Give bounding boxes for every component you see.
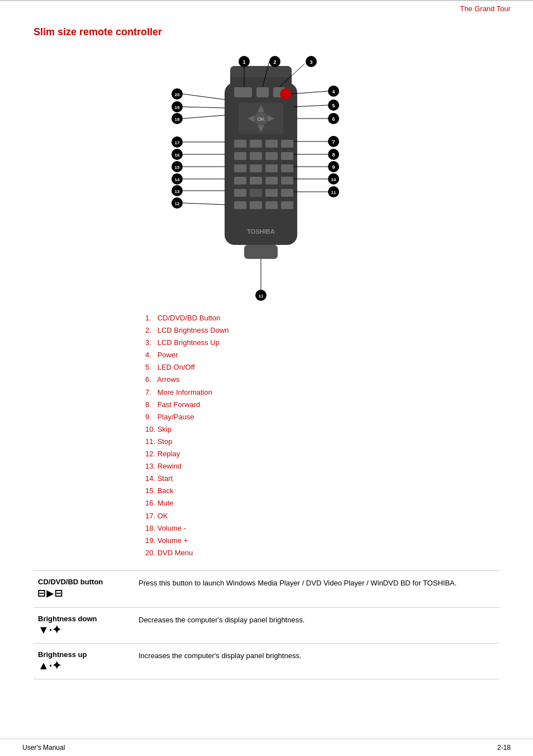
brightness-up-icon: ▲·✦ [38,659,61,672]
svg-rect-36 [250,201,262,209]
document-title: The Grand Tour [460,4,511,13]
row-label: Brightness down ▼·✦ [34,608,134,644]
list-item: 5. LED On/Off [145,361,499,374]
list-item: 13. Rewind [145,460,499,472]
section-title: Slim size remote controller [34,26,499,38]
svg-text:11: 11 [331,190,336,195]
svg-rect-31 [234,189,246,197]
svg-rect-35 [234,201,246,209]
svg-rect-32 [250,189,262,197]
svg-text:1: 1 [242,59,245,65]
details-table: CD/DVD/BD button ⊟▶⊟ Press this button t… [34,570,499,679]
svg-rect-33 [265,189,278,197]
list-item: 4. Power [145,349,499,361]
svg-text:3: 3 [310,59,312,65]
svg-text:18: 18 [175,117,180,122]
list-item: 9. Play/Pause [145,411,499,423]
table-row: Brightness down ▼·✦ Decreases the comput… [34,608,499,644]
svg-text:13: 13 [175,189,180,194]
svg-text:7: 7 [332,139,335,145]
list-item: 3. LCD Brightness Up [145,337,499,349]
list-item: 19. Volume + [145,535,499,547]
svg-rect-28 [250,177,262,185]
parts-list: 1. CD/DVD/BD Button 2. LCD Brightness Do… [145,312,499,559]
svg-rect-38 [281,201,293,209]
svg-rect-24 [250,164,262,172]
list-item: 1. CD/DVD/BD Button [145,312,499,324]
list-item: 16. Mute [145,497,499,509]
svg-line-96 [183,107,225,108]
svg-text:17: 17 [175,140,180,145]
svg-rect-16 [250,140,262,148]
svg-text:16: 16 [175,153,180,158]
svg-text:5: 5 [332,103,335,108]
svg-rect-26 [281,164,293,172]
list-item: 10. Skip [145,423,499,436]
svg-rect-18 [281,140,293,148]
footer: User's Manual 2-18 [0,739,533,756]
svg-text:10: 10 [331,177,336,182]
svg-line-75 [183,203,225,205]
svg-rect-2 [244,245,278,259]
brightness-down-icon: ▼·✦ [38,623,61,636]
svg-rect-21 [265,152,278,160]
list-item: 15. Back [145,485,499,497]
svg-line-99 [183,94,225,100]
svg-rect-5 [256,87,269,97]
svg-text:2: 2 [273,59,276,65]
top-bar: The Grand Tour [0,0,533,15]
svg-text:11: 11 [259,294,264,299]
svg-line-54 [293,105,328,107]
svg-rect-4 [234,87,252,97]
footer-right: 2-18 [497,744,511,752]
svg-text:9: 9 [332,164,335,170]
svg-text:12: 12 [175,201,180,206]
list-item: 8. Fast Forward [145,399,499,411]
list-item: 6. Arrows [145,374,499,386]
list-item: 2. LCD Brightness Down [145,324,499,337]
parts-list-items: 1. CD/DVD/BD Button 2. LCD Brightness Do… [145,312,499,559]
svg-rect-27 [234,177,246,185]
svg-rect-15 [234,140,246,148]
row-label: Brightness up ▲·✦ [34,644,134,679]
row-description: Decreases the computer's display panel b… [134,608,499,644]
svg-rect-3 [230,66,292,77]
cd-dvd-icon: ⊟▶⊟ [38,586,64,600]
list-item: 17. OK [145,510,499,522]
svg-rect-34 [281,189,293,197]
svg-rect-22 [281,152,293,160]
svg-text:6: 6 [332,116,335,122]
svg-point-7 [280,88,291,100]
table-row: Brightness up ▲·✦ Increases the computer… [34,644,499,679]
svg-text:TOSHIBA: TOSHIBA [247,228,274,235]
svg-rect-25 [265,164,278,172]
svg-rect-30 [281,177,293,185]
row-description: Increases the computer's display panel b… [134,644,499,679]
list-item: 7. More Information [145,386,499,399]
remote-svg: OK [127,49,406,301]
svg-text:15: 15 [175,165,180,170]
svg-line-93 [183,115,225,119]
list-item: 12. Replay [145,448,499,460]
svg-rect-17 [265,140,278,148]
row-description: Press this button to launch Windows Medi… [134,570,499,607]
svg-text:14: 14 [175,177,180,182]
row-label: CD/DVD/BD button ⊟▶⊟ [34,570,134,607]
svg-text:4: 4 [332,89,335,94]
svg-text:19: 19 [175,105,180,110]
footer-left: User's Manual [22,744,65,752]
svg-text:20: 20 [175,92,180,97]
list-item: 11. Stop [145,436,499,448]
main-content: Slim size remote controller OK [0,15,533,691]
table-row: CD/DVD/BD button ⊟▶⊟ Press this button t… [34,570,499,607]
svg-text:8: 8 [332,152,335,158]
svg-rect-29 [265,177,278,185]
svg-rect-19 [234,152,246,160]
list-item: 20. DVD Menu [145,547,499,559]
list-item: 14. Start [145,472,499,485]
svg-text:OK: OK [257,116,264,122]
svg-rect-37 [265,201,278,209]
remote-diagram: OK [34,49,499,306]
list-item: 18. Volume - [145,522,499,535]
svg-rect-23 [234,164,246,172]
